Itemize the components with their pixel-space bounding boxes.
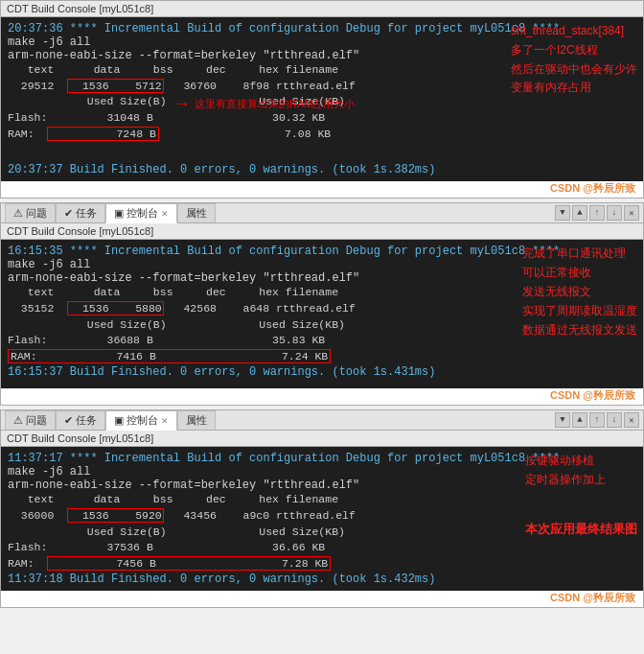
watermark-3: CSDN @矜辰所致 xyxy=(1,591,643,607)
action-btn-bottom[interactable]: ↓ xyxy=(607,205,622,221)
console-icon-2: ▣ xyxy=(114,207,124,220)
annotation-3: 按键驱动移植 定时器操作加上 本次应用最终结果图 xyxy=(525,452,637,539)
action-btn-top-3[interactable]: ↑ xyxy=(589,412,605,428)
action-btn-down-3[interactable]: ▼ xyxy=(555,412,570,428)
panel-1: CDT Build Console [myL051c8] 20:37:36 **… xyxy=(0,0,644,199)
ram-row-2: RAM: 7416 B 7.24 KB xyxy=(8,349,636,365)
panel-2-console-header: CDT Build Console [myL051c8] xyxy=(1,223,643,240)
footer-annotation: 本次应用最终结果图 xyxy=(525,519,637,539)
action-btn-up[interactable]: ▲ xyxy=(572,205,587,221)
panel-1-title: CDT Build Console [myL051c8] xyxy=(7,3,153,14)
tab-properties-2[interactable]: 属性 xyxy=(177,203,216,222)
panel-3: ⚠ 问题 ✔ 任务 ▣ 控制台 ✕ 属性 ▼ ▲ ↑ ↓ ✕ CDT Build… xyxy=(0,409,644,608)
action-btn-bottom-3[interactable]: ↓ xyxy=(607,412,622,428)
tab-tasks-2[interactable]: ✔ 任务 xyxy=(56,203,105,222)
panel-2-tabbar: ⚠ 问题 ✔ 任务 ▣ 控制台 ✕ 属性 ▼ ▲ ↑ ↓ ✕ xyxy=(1,203,643,223)
ram-row-3: RAM: 7456 B 7.28 KB xyxy=(8,556,636,572)
task-icon-2: ✔ xyxy=(64,207,73,220)
watermark-2: CSDN @矜辰所致 xyxy=(1,388,643,405)
annotation-2: 完成了串口通讯处理 可以正常接收 发送无线报文 实现了周期读取温湿度 数据通过无… xyxy=(522,245,637,339)
tab-console-3[interactable]: ▣ 控制台 ✕ xyxy=(105,410,177,431)
ram-annotation: → 这里有直接算出来的RAM占用大小 xyxy=(173,94,355,114)
tab-actions-3: ▼ ▲ ↑ ↓ ✕ xyxy=(555,412,639,428)
panel-2-title: CDT Build Console [myL051c8] xyxy=(7,225,153,237)
tab-console-2[interactable]: ▣ 控制台 ✕ xyxy=(105,203,177,223)
action-btn-up-3[interactable]: ▲ xyxy=(572,412,587,428)
tab-problems-2[interactable]: ⚠ 问题 xyxy=(5,203,56,222)
panel-1-console: 20:37:36 **** Incremental Build of confi… xyxy=(1,17,643,181)
panel-3-console: 11:37:17 **** Incremental Build of confi… xyxy=(1,447,643,591)
panel-1-header: CDT Build Console [myL051c8] xyxy=(1,1,643,17)
watermark-1: CSDN @矜辰所致 xyxy=(1,181,643,198)
ram-row: RAM: 7248 B 7.08 KB xyxy=(8,127,636,143)
panel-2-console: 16:15:35 **** Incremental Build of confi… xyxy=(1,240,643,388)
tab-actions-2: ▼ ▲ ↑ ↓ ✕ xyxy=(555,205,639,221)
tab-problems-3[interactable]: ⚠ 问题 xyxy=(5,410,56,430)
console-icon-3: ▣ xyxy=(114,414,124,427)
tab-tasks-3[interactable]: ✔ 任务 xyxy=(56,410,105,430)
task-icon-3: ✔ xyxy=(64,414,73,427)
annotation-1: sht_thread_stack[384] 多了一个I2C线程 然后在驱动中也会… xyxy=(511,22,637,98)
flash-row-3: Flash: 37536 B 36.66 KB xyxy=(8,540,636,556)
tab-properties-3[interactable]: 属性 xyxy=(177,410,216,430)
action-btn-close[interactable]: ✕ xyxy=(624,205,639,221)
build-finish-2: 16:15:37 Build Finished. 0 errors, 0 war… xyxy=(8,365,636,379)
action-btn-top[interactable]: ↑ xyxy=(589,205,605,221)
problem-icon-2: ⚠ xyxy=(13,207,23,220)
panel-3-tabbar: ⚠ 问题 ✔ 任务 ▣ 控制台 ✕ 属性 ▼ ▲ ↑ ↓ ✕ xyxy=(1,410,643,431)
panel-2: ⚠ 问题 ✔ 任务 ▣ 控制台 ✕ 属性 ▼ ▲ ↑ ↓ ✕ CDT Build… xyxy=(0,202,644,406)
panel-3-title: CDT Build Console [myL051c8] xyxy=(7,432,153,444)
action-btn-close-3[interactable]: ✕ xyxy=(624,412,639,428)
panel-3-console-header: CDT Build Console [myL051c8] xyxy=(1,431,643,447)
build-finish-3: 11:37:18 Build Finished. 0 errors, 0 war… xyxy=(8,572,636,586)
build-finish-1: 20:37:37 Build Finished. 0 errors, 0 war… xyxy=(8,163,636,176)
problem-icon-3: ⚠ xyxy=(13,414,23,427)
action-btn-down[interactable]: ▼ xyxy=(555,205,570,221)
